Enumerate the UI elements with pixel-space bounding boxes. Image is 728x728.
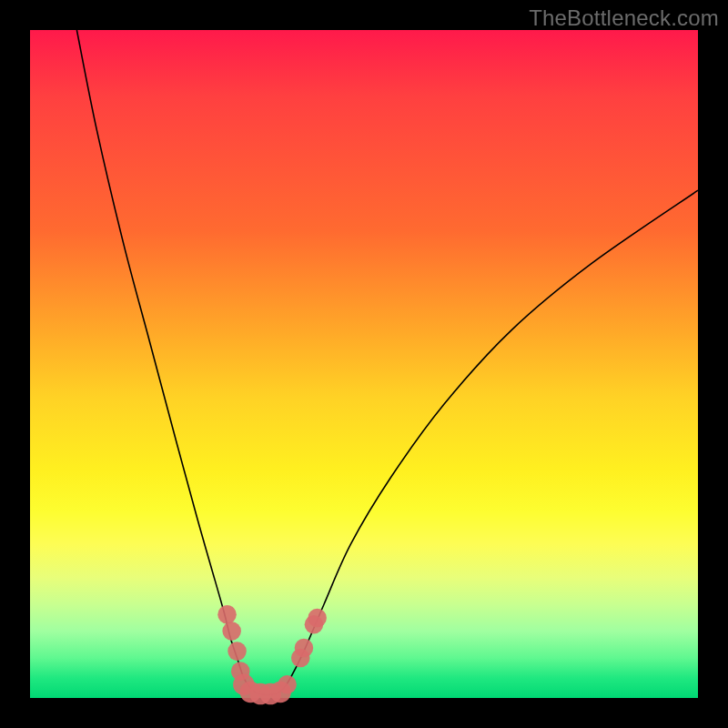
watermark-text: TheBottleneck.com: [529, 5, 719, 31]
curve-marker: [222, 622, 241, 641]
curve-marker: [308, 609, 327, 628]
bottleneck-curve: [76, 30, 698, 695]
curve-markers: [217, 605, 327, 704]
curve-marker: [228, 642, 247, 661]
curve-marker: [217, 605, 237, 624]
chart-frame: TheBottleneck.com: [0, 0, 728, 728]
curve-marker: [278, 675, 297, 694]
curve-marker: [295, 639, 314, 658]
curve-layer: [30, 30, 698, 698]
